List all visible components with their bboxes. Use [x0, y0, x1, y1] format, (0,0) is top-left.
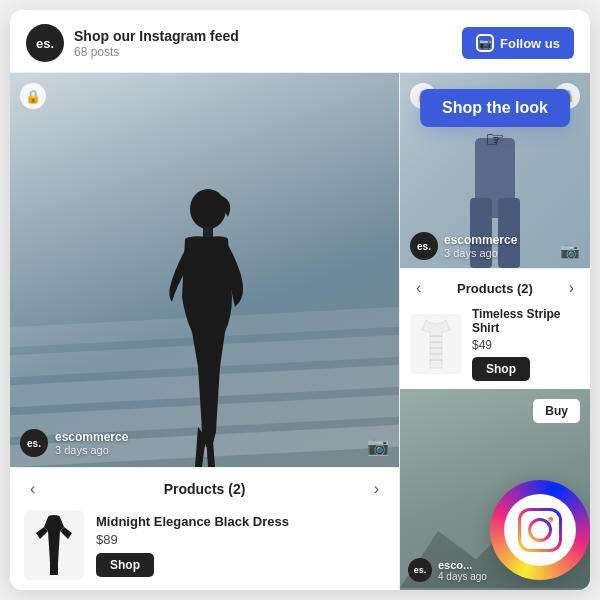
header: es. Shop our Instagram feed 68 posts 📷 F… — [10, 10, 590, 73]
right-top-avatar: es. — [410, 232, 438, 260]
right-products-label: Products (2) — [457, 281, 533, 296]
left-products-label: Products (2) — [164, 481, 246, 497]
right-top-username: escommerce — [444, 233, 517, 247]
ig-gradient-circle — [490, 480, 590, 580]
left-shop-label: Shop — [110, 558, 140, 572]
instagram-icon: 📷 — [476, 34, 494, 52]
left-product-thumb — [24, 510, 84, 580]
main-grid: 🔒 📷 es. escommerce 3 days ago ‹ Products… — [10, 73, 590, 590]
person-silhouette — [140, 187, 270, 467]
left-prev-arrow[interactable]: ‹ — [24, 478, 41, 500]
ig-white-circle — [504, 494, 576, 566]
lock-icon-left: 🔒 — [20, 83, 46, 109]
buy-label: Buy — [545, 404, 568, 418]
left-username: escommerce — [55, 430, 128, 444]
dress-icon — [32, 513, 76, 577]
right-product-item: Timeless Stripe Shirt $49 Shop — [410, 307, 580, 381]
ig-dot — [548, 517, 553, 522]
right-next-arrow[interactable]: › — [563, 277, 580, 299]
right-bottom-image[interactable]: Buy es. esco... 4 days ago — [400, 389, 590, 590]
right-panel: 🔒 🔒 Shop the look ☞ es. escommerce 3 day… — [400, 73, 590, 590]
right-shop-button[interactable]: Shop — [472, 357, 530, 381]
shop-look-label: Shop the look — [442, 99, 548, 116]
right-top-image[interactable]: 🔒 🔒 Shop the look ☞ es. escommerce 3 day… — [400, 73, 590, 268]
left-user-text: escommerce 3 days ago — [55, 430, 128, 456]
ig-icon-right-top: 📷 — [560, 241, 580, 260]
right-top-time: 3 days ago — [444, 247, 517, 259]
left-next-arrow[interactable]: › — [368, 478, 385, 500]
right-product-thumb — [410, 314, 462, 374]
left-product-name: Midnight Elegance Black Dress — [96, 514, 289, 529]
cursor-icon: ☞ — [485, 127, 505, 153]
buy-button[interactable]: Buy — [533, 399, 580, 423]
left-image-bg — [10, 73, 399, 467]
right-product-price: $49 — [472, 338, 580, 352]
brand-avatar: es. — [26, 24, 64, 62]
right-bottom-time: 4 days ago — [438, 571, 487, 582]
right-product-name: Timeless Stripe Shirt — [472, 307, 580, 335]
shop-look-button[interactable]: Shop the look — [420, 89, 570, 127]
widget-container: es. Shop our Instagram feed 68 posts 📷 F… — [10, 10, 590, 590]
post-count: 68 posts — [74, 45, 239, 59]
left-main-image[interactable]: 🔒 📷 es. escommerce 3 days ago — [10, 73, 399, 467]
instagram-logo-overlay — [490, 480, 590, 580]
left-user-info: es. escommerce 3 days ago — [20, 429, 128, 457]
right-products-nav: ‹ Products (2) › — [410, 277, 580, 299]
ig-camera-icon — [518, 508, 562, 552]
left-products-strip: ‹ Products (2) › Midnight Eleganc — [10, 467, 399, 590]
follow-button[interactable]: 📷 Follow us — [462, 27, 574, 59]
right-products-strip: ‹ Products (2) › — [400, 268, 590, 389]
right-bottom-avatar: es. — [408, 558, 432, 582]
header-left: es. Shop our Instagram feed 68 posts — [26, 24, 239, 62]
right-bottom-user-info: es. esco... 4 days ago — [408, 558, 487, 582]
left-product-item: Midnight Elegance Black Dress $89 Shop — [24, 510, 385, 580]
right-bottom-user-text: esco... 4 days ago — [438, 559, 487, 582]
right-prev-arrow[interactable]: ‹ — [410, 277, 427, 299]
left-product-price: $89 — [96, 532, 289, 547]
shirt-icon — [416, 316, 456, 372]
feed-title: Shop our Instagram feed — [74, 28, 239, 44]
left-products-nav: ‹ Products (2) › — [24, 478, 385, 500]
right-product-info: Timeless Stripe Shirt $49 Shop — [472, 307, 580, 381]
left-user-avatar: es. — [20, 429, 48, 457]
avatar-label: es. — [36, 36, 54, 51]
follow-label: Follow us — [500, 36, 560, 51]
left-panel: 🔒 📷 es. escommerce 3 days ago ‹ Products… — [10, 73, 400, 590]
left-shop-button[interactable]: Shop — [96, 553, 154, 577]
left-post-time: 3 days ago — [55, 444, 128, 456]
right-top-user-text: escommerce 3 days ago — [444, 233, 517, 259]
right-top-user-info: es. escommerce 3 days ago — [410, 232, 517, 260]
right-shop-label: Shop — [486, 362, 516, 376]
ig-icon-left: 📷 — [367, 435, 389, 457]
right-bottom-username: esco... — [438, 559, 487, 571]
left-product-info: Midnight Elegance Black Dress $89 Shop — [96, 514, 289, 577]
header-text: Shop our Instagram feed 68 posts — [74, 28, 239, 59]
